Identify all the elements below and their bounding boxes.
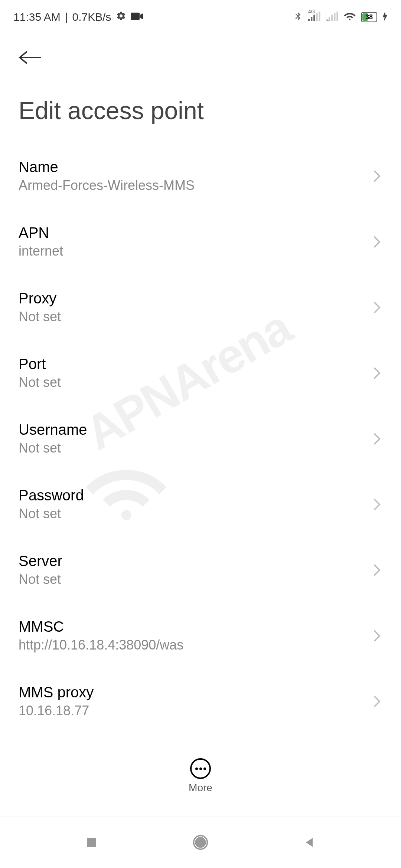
setting-label: Server: [19, 553, 371, 569]
chevron-right-icon: [371, 302, 382, 313]
bottom-more: More: [0, 751, 401, 801]
navigation-bar: [0, 816, 401, 868]
header: [0, 30, 401, 74]
setting-value: 10.16.18.77: [19, 703, 371, 719]
setting-value: internet: [19, 243, 371, 259]
setting-label: Proxy: [19, 290, 371, 307]
svg-rect-4: [316, 13, 317, 21]
battery-indicator: 38: [361, 12, 377, 22]
svg-rect-13: [87, 838, 96, 847]
svg-rect-3: [313, 15, 315, 21]
status-right: 4G ✕ 38: [293, 10, 388, 24]
svg-rect-8: [331, 15, 333, 21]
settings-list: Name Armed-Forces-Wireless-MMS APN inter…: [0, 143, 401, 734]
setting-proxy[interactable]: Proxy Not set: [19, 274, 382, 340]
chevron-right-icon: [371, 696, 382, 707]
chevron-right-icon: [371, 433, 382, 444]
svg-point-15: [196, 838, 205, 847]
nav-back[interactable]: [300, 833, 319, 852]
setting-label: MMS proxy: [19, 684, 371, 701]
chevron-right-icon: [371, 499, 382, 510]
wifi-icon: [344, 11, 356, 23]
svg-rect-0: [131, 13, 140, 20]
setting-label: MMSC: [19, 618, 371, 635]
status-bar: 11:35 AM | 0.7KB/s 4G ✕ 38: [0, 0, 401, 30]
svg-rect-2: [311, 17, 312, 21]
nav-recents[interactable]: [82, 833, 101, 852]
setting-apn[interactable]: APN internet: [19, 209, 382, 274]
chevron-right-icon: [371, 171, 382, 182]
page-title: Edit access point: [0, 74, 401, 143]
chevron-right-icon: [371, 368, 382, 379]
nav-home[interactable]: [191, 833, 210, 852]
setting-value: Not set: [19, 309, 371, 325]
more-label: More: [189, 782, 212, 794]
setting-password[interactable]: Password Not set: [19, 471, 382, 537]
setting-value: http://10.16.18.4:38090/was: [19, 637, 371, 653]
camera-icon: [131, 11, 143, 23]
chevron-right-icon: [371, 236, 382, 247]
setting-value: Not set: [19, 572, 371, 587]
setting-label: Port: [19, 356, 371, 372]
bluetooth-icon: [293, 10, 303, 24]
setting-label: Password: [19, 487, 371, 504]
signal-no-sim-icon: ✕: [326, 11, 339, 23]
signal-4g-icon: 4G: [308, 11, 321, 23]
setting-mmsc[interactable]: MMSC http://10.16.18.4:38090/was: [19, 603, 382, 668]
setting-name[interactable]: Name Armed-Forces-Wireless-MMS: [19, 143, 382, 209]
setting-value: Not set: [19, 506, 371, 522]
status-time: 11:35 AM: [13, 11, 61, 23]
setting-value: Not set: [19, 375, 371, 390]
svg-rect-9: [334, 13, 335, 21]
svg-rect-10: [336, 11, 338, 21]
setting-server[interactable]: Server Not set: [19, 537, 382, 603]
chevron-right-icon: [371, 565, 382, 576]
more-button[interactable]: [190, 758, 211, 779]
svg-rect-1: [308, 19, 310, 21]
charging-icon: [382, 11, 388, 23]
status-left: 11:35 AM | 0.7KB/s: [13, 11, 143, 24]
svg-text:✕: ✕: [326, 18, 330, 21]
chevron-right-icon: [371, 630, 382, 641]
setting-mms-proxy[interactable]: MMS proxy 10.16.18.77: [19, 668, 382, 734]
svg-rect-5: [319, 11, 320, 21]
setting-label: Username: [19, 421, 371, 438]
setting-label: APN: [19, 224, 371, 241]
setting-label: Name: [19, 159, 371, 175]
gear-icon: [116, 11, 126, 24]
setting-port[interactable]: Port Not set: [19, 340, 382, 406]
status-network-speed: 0.7KB/s: [72, 11, 111, 23]
setting-username[interactable]: Username Not set: [19, 406, 382, 471]
setting-value: Armed-Forces-Wireless-MMS: [19, 178, 371, 193]
back-button[interactable]: [19, 45, 45, 70]
setting-value: Not set: [19, 440, 371, 456]
